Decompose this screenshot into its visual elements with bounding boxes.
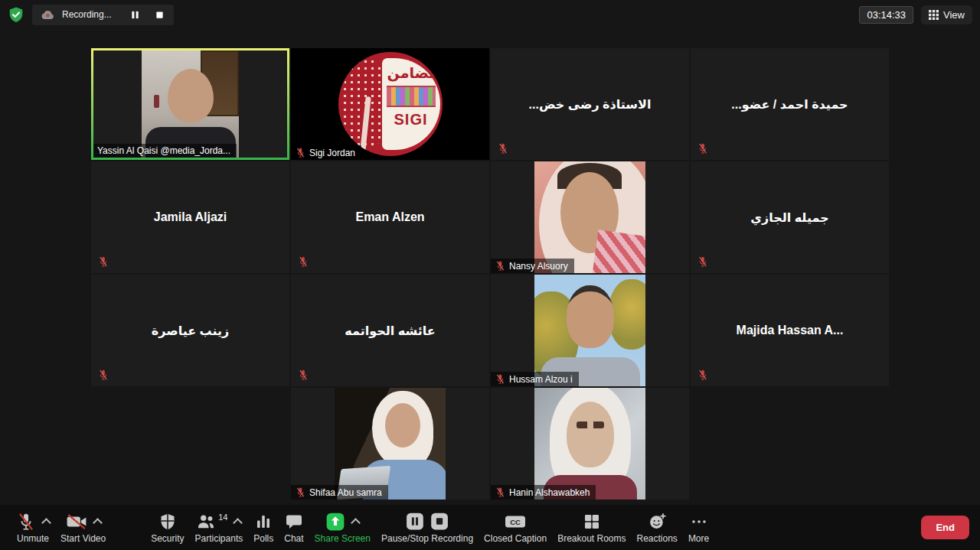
participant-tile[interactable]: Hussam Alzou i — [491, 275, 689, 386]
participant-tile[interactable]: Jamila Aljazi — [91, 161, 289, 273]
toolbar-label: Chat — [284, 533, 303, 544]
toolbar-pause-stop-recording-button[interactable]: Pause/Stop Recording — [381, 511, 473, 544]
participant-name-label: Hussam Alzou i — [491, 372, 579, 386]
toolbar-more-button[interactable]: More — [688, 511, 709, 544]
participant-tile[interactable]: زينب عياصرة — [91, 275, 289, 386]
reactions-smiley-icon — [648, 512, 667, 531]
stop-recording-button[interactable] — [154, 9, 165, 21]
end-meeting-button[interactable]: End — [921, 516, 969, 539]
recording-indicator: Recording... — [32, 5, 174, 25]
muted-mic-icon — [295, 147, 306, 158]
participant-name-label: Hanin Alshawabkeh — [491, 485, 596, 500]
participant-name-label: Nansy Alsuory — [491, 259, 574, 273]
participant-tile[interactable]: عائشه الحواتمه — [291, 275, 489, 386]
pause-recording-button[interactable] — [129, 9, 141, 21]
participant-tile[interactable]: حميدة احمد / عضو... — [691, 48, 889, 160]
view-button[interactable]: View — [921, 5, 972, 24]
participant-tile[interactable]: الاستاذة رضى خض... — [491, 48, 689, 160]
muted-mic-icon — [495, 260, 506, 272]
participant-tile[interactable]: Yassin Al Qaisi @media_Jorda... — [91, 48, 289, 160]
toolbar-share-screen-button[interactable]: Share Screen — [315, 511, 371, 544]
toolbar-security-button[interactable]: Security — [151, 511, 184, 544]
closed-caption-icon: CC — [504, 513, 527, 531]
participant-name: حميدة احمد / عضو... — [691, 48, 889, 160]
participants-grid: Yassin Al Qaisi @media_Jorda...تضامنSIGI… — [91, 48, 889, 500]
toolbar-polls-button[interactable]: Polls — [253, 511, 273, 544]
participant-name: Yassin Al Qaisi @media_Jorda... — [97, 145, 230, 156]
toolbar-reactions-button[interactable]: Reactions — [637, 511, 678, 544]
mic-muted-icon — [16, 512, 36, 532]
participant-name-label: Shifaa Abu samra — [291, 485, 388, 500]
toolbar-closed-caption-button[interactable]: CCClosed Caption — [484, 511, 547, 544]
cloud-recording-icon — [41, 8, 55, 21]
participant-name: Nansy Alsuory — [509, 261, 568, 272]
chevron-up-icon[interactable] — [234, 518, 243, 528]
toolbar-breakout-rooms-button[interactable]: Breakout Rooms — [557, 511, 626, 544]
toolbar: UnmuteStart VideoSecurity14ParticipantsP… — [0, 505, 980, 550]
participant-name-label: Yassin Al Qaisi @media_Jorda... — [93, 144, 237, 158]
security-shield-icon — [158, 513, 177, 531]
participant-tile[interactable]: Nansy Alsuory — [491, 161, 689, 273]
toolbar-label: Breakout Rooms — [557, 533, 626, 544]
participants-icon — [196, 512, 216, 532]
toolbar-label: Start Video — [60, 533, 106, 544]
muted-mic-icon — [495, 487, 506, 498]
polls-bar-chart-icon — [254, 513, 273, 531]
participant-tile[interactable]: جميله الجازي — [691, 161, 889, 273]
grid-view-icon — [929, 10, 939, 20]
sigi-logo: تضامنSIGI — [338, 52, 443, 156]
encryption-shield-icon[interactable] — [8, 6, 24, 23]
participant-name: Shifaa Abu samra — [309, 487, 382, 498]
view-label: View — [943, 9, 965, 21]
participant-tile[interactable]: Eman Alzen — [291, 161, 489, 273]
breakout-rooms-icon — [583, 513, 601, 531]
muted-mic-icon — [97, 369, 109, 381]
participant-name: عائشه الحواتمه — [291, 275, 489, 386]
toolbar-items: UnmuteStart VideoSecurity14ParticipantsP… — [11, 511, 714, 544]
muted-mic-icon — [497, 142, 509, 155]
participant-tile[interactable]: Shifaa Abu samra — [291, 388, 489, 500]
toolbar-label: Participants — [195, 533, 243, 544]
toolbar-label: Share Screen — [315, 533, 371, 544]
muted-mic-icon — [97, 255, 109, 268]
camera-muted-icon — [66, 512, 87, 532]
grid-row: Shifaa Abu samraHanin Alshawabkeh — [91, 388, 889, 500]
chevron-up-icon[interactable] — [351, 518, 361, 528]
chevron-up-icon[interactable] — [93, 518, 103, 528]
grid-row: Yassin Al Qaisi @media_Jorda...تضامنSIGI… — [91, 48, 889, 160]
toolbar-label: Reactions — [637, 533, 678, 544]
toolbar-chat-button[interactable]: Chat — [284, 511, 303, 544]
muted-mic-icon — [697, 255, 709, 268]
chevron-up-icon[interactable] — [41, 518, 51, 528]
participant-name: زينب عياصرة — [91, 275, 289, 386]
toolbar-label: More — [688, 533, 709, 544]
recording-label: Recording... — [62, 9, 112, 20]
sigi-embroidery-band — [387, 86, 436, 107]
participant-tile[interactable]: تضامنSIGISigi Jordan — [291, 48, 489, 160]
toolbar-label: Security — [151, 533, 184, 544]
video-thumbnail — [534, 161, 645, 273]
muted-mic-icon — [495, 373, 506, 385]
svg-text:CC: CC — [510, 517, 521, 526]
participant-name: Sigi Jordan — [309, 148, 355, 158]
muted-mic-icon — [297, 369, 309, 381]
sigi-logo-panel: تضامنSIGI — [382, 58, 440, 150]
meeting-stage: Yassin Al Qaisi @media_Jorda...تضامنSIGI… — [0, 29, 980, 505]
toolbar-participants-button[interactable]: 14Participants — [195, 511, 243, 544]
video-thumbnail — [534, 275, 645, 386]
participant-tile[interactable]: Hanin Alshawabkeh — [491, 388, 689, 500]
chat-bubble-icon — [285, 513, 303, 531]
sigi-logo-arabic-text: تضامن — [382, 64, 440, 82]
grid-row: Jamila AljaziEman AlzenNansy Alsuoryجميل… — [91, 161, 889, 273]
top-bar: Recording... 03:14:33 View — [0, 0, 980, 29]
toolbar-label: Unmute — [17, 533, 49, 544]
muted-mic-icon — [697, 142, 709, 155]
toolbar-start-video-button[interactable]: Start Video — [60, 511, 106, 544]
pause-stop-recording-icon — [405, 512, 449, 531]
participant-tile[interactable]: Majida Hassan A... — [691, 275, 889, 386]
toolbar-unmute-button[interactable]: Unmute — [16, 511, 50, 544]
toolbar-label: Polls — [253, 533, 273, 544]
grid-row: زينب عياصرةعائشه الحواتمهHussam Alzou iM… — [91, 275, 889, 386]
muted-mic-icon — [295, 487, 306, 498]
share-screen-icon — [325, 512, 345, 532]
